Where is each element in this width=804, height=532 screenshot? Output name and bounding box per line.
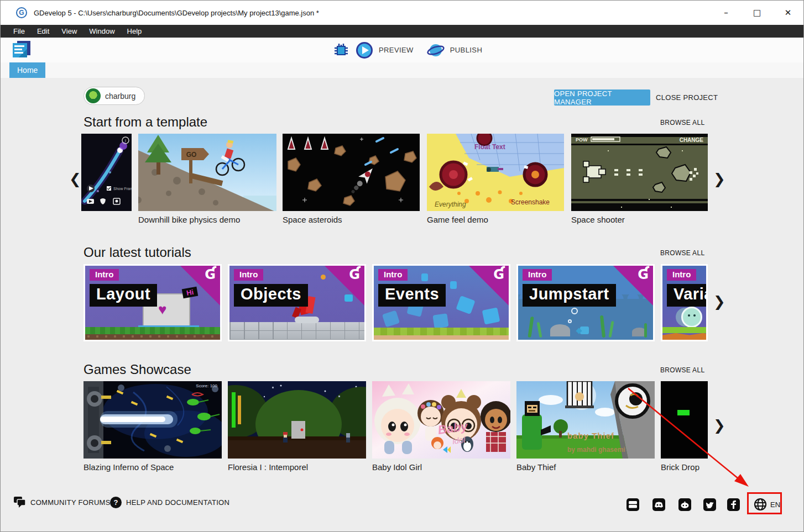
idol-title: idol: [452, 435, 466, 446]
showcase-card-blazing-inferno[interactable]: Score: 100: [83, 381, 222, 459]
caption-game-feel-demo: Game feel demo: [427, 215, 488, 224]
templates-section-title: Start from a template: [83, 114, 207, 130]
username: charburg: [105, 92, 135, 101]
caption-brick-drop: Brick Drop: [661, 462, 699, 472]
caption-blazing-inferno: Blazing Inferno of Space: [83, 462, 174, 472]
home-page: charburg OPEN PROJECT MANAGER CLOSE PROJ…: [1, 78, 803, 531]
template-card-partial[interactable]: i Show Frame: [81, 134, 132, 211]
tutorial-tag: Intro: [667, 269, 696, 281]
tutorials-next-arrow[interactable]: ❯: [713, 294, 725, 309]
preview-button[interactable]: PREVIEW: [379, 46, 414, 54]
tutorial-card-events[interactable]: Ɠ Intro Events: [372, 264, 510, 341]
tutorial-tag: Intro: [523, 269, 552, 281]
tutorials-browse-all[interactable]: BROWSE ALL: [660, 249, 704, 257]
caption-downhill-bike: Downhill bike physics demo: [138, 215, 240, 224]
preview-icon[interactable]: [356, 41, 373, 59]
template-card-space-asteroids[interactable]: [283, 134, 420, 211]
youtube-icon[interactable]: [627, 498, 639, 511]
caption-space-shooter: Space shooter: [571, 215, 625, 224]
screenshake-label: Screenshake: [511, 198, 550, 206]
templates-prev-arrow[interactable]: ❮: [69, 172, 81, 186]
help-documentation-label: HELP AND DOCUMENTATION: [126, 498, 229, 507]
character-1: [283, 432, 288, 443]
baby-thief-title: baby Thief: [567, 431, 614, 440]
game-feel-demo-art: Float Text Everything Screenshake: [427, 134, 564, 211]
help-icon: ?: [110, 497, 122, 508]
minimize-button[interactable]: –: [711, 1, 742, 25]
tutorial-card-objects[interactable]: Ɠ Intro Objects: [228, 264, 366, 341]
publish-button[interactable]: PUBLISH: [450, 46, 482, 54]
tutorial-tag: Intro: [234, 269, 263, 281]
brick-drop-art: [661, 381, 708, 459]
menu-window[interactable]: Window: [83, 25, 121, 38]
baby-thief-credit: by mahdi ghasemi: [567, 446, 625, 454]
community-forums-link[interactable]: COMMUNITY FORUMS: [14, 497, 111, 508]
window-title: GDevelop 5 - C:\Users\charburg\Documents…: [34, 9, 319, 17]
maximize-button[interactable]: □: [742, 1, 772, 25]
template-card-space-shooter[interactable]: POW CHANGE: [571, 134, 708, 211]
publish-icon[interactable]: [427, 41, 445, 59]
tutorial-tag: Intro: [90, 269, 119, 281]
forum-icon: [14, 497, 26, 508]
showcase-card-brick-drop[interactable]: [661, 381, 708, 459]
gdevelop-window: G GDevelop 5 - C:\Users\charburg\Documen…: [0, 0, 804, 532]
showcase-next-arrow[interactable]: ❯: [713, 418, 725, 433]
templates-next-arrow[interactable]: ❯: [713, 172, 725, 186]
gdevelop-app-icon: G: [16, 7, 27, 18]
twitter-icon[interactable]: [703, 498, 716, 511]
baby-thief-art: baby Thief by mahdi ghasemi: [516, 381, 655, 459]
gdevelop-logo-icon: Ɠ: [493, 267, 504, 282]
float-text-label: Float Text: [474, 143, 505, 151]
chibi-small: [431, 437, 443, 449]
tab-bar: Home: [1, 62, 803, 78]
open-project-manager-button[interactable]: OPEN PROJECT MANAGER: [554, 89, 650, 106]
tutorial-title-layout: Layout: [90, 284, 157, 307]
tutorial-card-layout[interactable]: ♥ Hi Ɠ Intro Layout: [83, 264, 222, 341]
close-button[interactable]: ✕: [772, 1, 803, 25]
showcase-section-title: Games Showcase: [83, 362, 191, 377]
blazing-inferno-art: Score: 100: [83, 381, 222, 459]
score-label: Score: 100: [196, 383, 217, 388]
template-card-downhill-bike[interactable]: GO: [138, 134, 276, 211]
everything-label: Everything: [435, 201, 466, 208]
showcase-browse-all[interactable]: BROWSE ALL: [660, 366, 704, 374]
tutorial-card-jumpstart[interactable]: Ɠ Intro Jumpstart: [516, 264, 655, 341]
showcase-card-baby-thief[interactable]: baby Thief by mahdi ghasemi: [516, 381, 655, 459]
menu-edit[interactable]: Edit: [31, 25, 55, 38]
pow-label: POW: [576, 137, 588, 143]
info-icon: i: [125, 138, 126, 143]
tutorial-title-events: Events: [378, 284, 446, 307]
space-shooter-art: POW CHANGE: [571, 134, 708, 211]
gdevelop-logo-icon: Ɠ: [349, 267, 360, 282]
go-sign-label: GO: [186, 151, 197, 159]
baby-idol-girl-art: Baby idol: [372, 381, 510, 459]
change-label: CHANGE: [680, 137, 704, 143]
gdevelop-logo-icon: Ɠ: [205, 267, 216, 282]
menu-view[interactable]: View: [55, 25, 83, 38]
main-toolbar: PREVIEW PUBLISH: [1, 38, 803, 62]
caption-baby-idol-girl: Baby Idol Girl: [372, 462, 422, 472]
facebook-icon[interactable]: [727, 498, 740, 511]
community-forums-label: COMMUNITY FORUMS: [30, 498, 111, 507]
tutorials-section-title: Our latest tutorials: [83, 245, 191, 260]
menu-file[interactable]: File: [7, 25, 31, 38]
avatar: [86, 88, 101, 103]
space-asteroids-art: [283, 134, 420, 211]
showcase-card-floresia[interactable]: [228, 381, 366, 459]
debugger-icon[interactable]: [332, 41, 350, 59]
templates-browse-all[interactable]: BROWSE ALL: [660, 119, 704, 127]
project-manager-icon[interactable]: [13, 41, 33, 59]
downhill-bike-art: GO: [138, 134, 276, 211]
reddit-icon[interactable]: [678, 498, 691, 511]
menu-help[interactable]: Help: [121, 25, 148, 38]
close-project-button[interactable]: CLOSE PROJECT: [656, 89, 718, 106]
tutorial-title-jumpstart: Jumpstart: [523, 284, 616, 307]
showcase-card-baby-idol-girl[interactable]: Baby idol: [372, 381, 510, 459]
menu-bar: File Edit View Window Help: [1, 25, 803, 38]
tab-home[interactable]: Home: [9, 62, 45, 78]
discord-icon[interactable]: [652, 498, 665, 511]
template-card-game-feel-demo[interactable]: Float Text Everything Screenshake: [427, 134, 564, 211]
help-documentation-link[interactable]: ? HELP AND DOCUMENTATION: [110, 497, 229, 508]
user-chip[interactable]: charburg: [83, 87, 145, 105]
tutorial-card-variables[interactable]: +1 Intro Variables: [661, 264, 708, 341]
